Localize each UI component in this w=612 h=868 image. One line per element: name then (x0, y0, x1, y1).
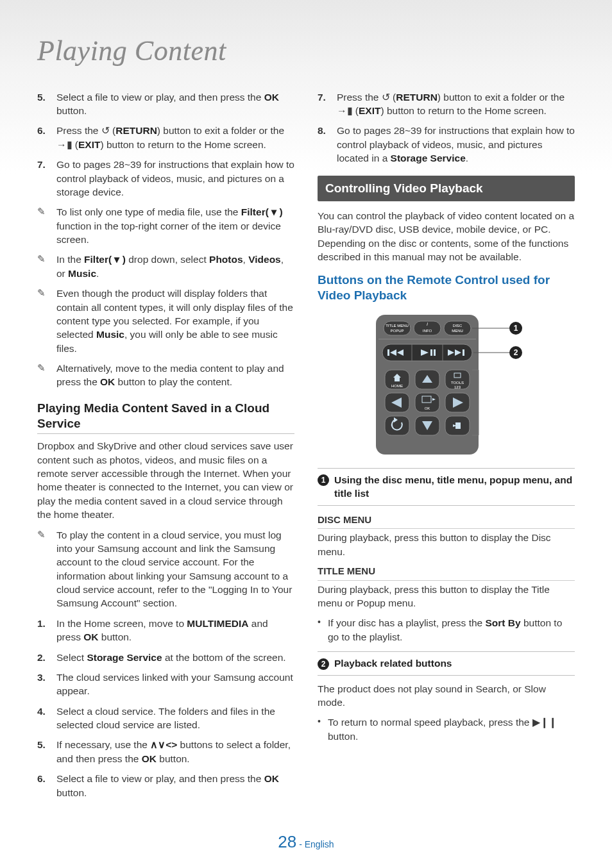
footer-lang: English (305, 839, 334, 849)
step-number: 7. (37, 158, 56, 199)
left-button (385, 393, 409, 412)
note-icon: ✎ (37, 287, 56, 355)
step-text: Press the ↺ (RETURN) button to exit a fo… (337, 90, 575, 118)
svg-text:MENU: MENU (452, 329, 463, 333)
divider (37, 433, 294, 434)
numbered-step: 1.In the Home screen, move to MULTIMEDIA… (37, 617, 294, 644)
svg-text:OK: OK (424, 406, 430, 410)
legend-2-num: 2 (318, 658, 329, 670)
step-text: Select a file to view or play, and then … (56, 772, 294, 799)
columns: 5.Select a file to view or play, and the… (37, 90, 575, 806)
step-text: Select a file to view or play, and then … (56, 90, 294, 118)
svg-rect-21 (434, 349, 436, 356)
note-item: ✎In the Filter( ▾ ) drop down, select Ph… (37, 253, 294, 280)
svg-rect-20 (430, 349, 432, 356)
numbered-step: 2.Select Storage Service at the bottom o… (37, 651, 294, 664)
numbered-step: 8.Go to pages 28~39 for instructions tha… (318, 124, 575, 165)
remote-svg: TITLE MENU POPUP i INFO DISC MENU (350, 312, 543, 456)
cloud-note-item: ✎ To play the content in a cloud service… (37, 528, 294, 610)
note-icon: ✎ (37, 205, 56, 246)
note-icon: ✎ (37, 362, 56, 389)
note-icon: ✎ (37, 528, 56, 610)
step-number: 7. (318, 90, 337, 118)
down-button (415, 416, 439, 435)
title-menu-heading: TITLE MENU (318, 565, 575, 581)
page-footer: 28 - English (0, 831, 612, 854)
note-text: In the Filter( ▾ ) drop down, select Pho… (56, 253, 294, 280)
svg-text:INFO: INFO (422, 329, 432, 333)
cloud-steps: 1.In the Home screen, move to MULTIMEDIA… (37, 617, 294, 799)
note-item: ✎To list only one type of media file, us… (37, 205, 294, 246)
svg-rect-16 (387, 349, 389, 356)
up-button (415, 370, 439, 389)
numbered-step: 4.Select a cloud service. The folders an… (37, 705, 294, 732)
step-number: 5. (37, 738, 56, 765)
cloud-heading: Playing Media Content Saved in a Cloud S… (37, 401, 294, 431)
bullet-dot: • (318, 616, 328, 644)
callout-1: 1 (513, 324, 518, 333)
remote-heading: Buttons on the Remote Control used for V… (318, 272, 575, 303)
title-menu-text: During playback, press this button to di… (318, 583, 575, 610)
numbered-step: 5.If necessary, use the ∧∨<> buttons to … (37, 738, 294, 765)
note-icon: ✎ (37, 253, 56, 280)
steps-top-right: 7.Press the ↺ (RETURN) button to exit a … (318, 90, 575, 165)
right-button (445, 393, 470, 412)
numbered-step: 7.Go to pages 28~39 for instructions tha… (37, 158, 294, 199)
note-item: ✎Alternatively, move to the media conten… (37, 362, 294, 389)
legend-2: 2 Playback related buttons (318, 651, 575, 675)
legend-1-num: 1 (318, 474, 329, 486)
svg-rect-24 (463, 349, 464, 356)
page-title: Playing Content (37, 32, 575, 71)
svg-text:POPUP: POPUP (390, 329, 404, 333)
step-text: Select Storage Service at the bottom of … (56, 651, 294, 664)
footer-sep: - (299, 839, 305, 849)
return-button (385, 416, 409, 435)
bullet-dot: • (318, 715, 328, 743)
title-menu-button: TITLE MENU POPUP (384, 321, 411, 335)
svg-rect-29 (395, 378, 400, 381)
svg-text:HOME: HOME (391, 384, 403, 388)
home-button: HOME (385, 370, 409, 389)
step-text: If necessary, use the ∧∨<> buttons to se… (56, 738, 294, 765)
step-text: Select a cloud service. The folders and … (56, 705, 294, 732)
legend-1: 1 Using the disc menu, title menu, popup… (318, 468, 575, 506)
remote-diagram: TITLE MENU POPUP i INFO DISC MENU (318, 312, 575, 456)
cloud-paragraph: Dropbox and SkyDrive and other cloud ser… (37, 439, 294, 521)
page-number: 28 (278, 832, 296, 851)
title-menu-bullet: • If your disc has a playlist, press the… (318, 616, 575, 644)
step-text: Go to pages 28~39 for instructions that … (337, 124, 575, 165)
section-paragraph: You can control the playback of video co… (318, 209, 575, 264)
step-text: Go to pages 28~39 for instructions that … (56, 158, 294, 199)
numbered-step: 3.The cloud services linked with your Sa… (37, 671, 294, 698)
section-bar-video: Controlling Video Playback (318, 176, 575, 201)
numbered-step: 6.Press the ↺ (RETURN) button to exit a … (37, 124, 294, 151)
svg-rect-45 (385, 416, 409, 435)
svg-text:123: 123 (454, 385, 461, 389)
step-number: 1. (37, 617, 56, 644)
note-item: ✎Even though the product will display fo… (37, 287, 294, 355)
playback-bullet-text: To return to normal speed playback, pres… (328, 715, 575, 743)
step-text: In the Home screen, move to MULTIMEDIA a… (56, 617, 294, 644)
note-text: Alternatively, move to the media content… (56, 362, 294, 389)
step-number: 5. (37, 90, 56, 118)
disc-menu-text: During playback, press this button to di… (318, 531, 575, 558)
right-column: 7.Press the ↺ (RETURN) button to exit a … (318, 90, 575, 806)
step-number: 8. (318, 124, 337, 165)
note-text: To list only one type of media file, use… (56, 205, 294, 246)
legend-2-title: Playback related buttons (334, 656, 452, 670)
numbered-step: 7.Press the ↺ (RETURN) button to exit a … (318, 90, 575, 118)
svg-text:DISC: DISC (452, 324, 462, 328)
step-number: 2. (37, 651, 56, 664)
numbered-step: 5.Select a file to view or play, and the… (37, 90, 294, 118)
disc-menu-heading: DISC MENU (318, 513, 575, 530)
svg-text:TOOLS: TOOLS (450, 381, 463, 385)
steps-top-left: 5.Select a file to view or play, and the… (37, 90, 294, 199)
tools-button: TOOLS 123 (445, 370, 470, 389)
exit-button (445, 416, 470, 435)
playback-bullet: • To return to normal speed playback, pr… (318, 715, 575, 743)
svg-text:TITLE MENU: TITLE MENU (386, 324, 409, 328)
left-column: 5.Select a file to view or play, and the… (37, 90, 294, 806)
step-number: 4. (37, 705, 56, 732)
legend-1-title: Using the disc menu, title menu, popup m… (334, 473, 575, 501)
callout-2: 2 (513, 348, 518, 357)
